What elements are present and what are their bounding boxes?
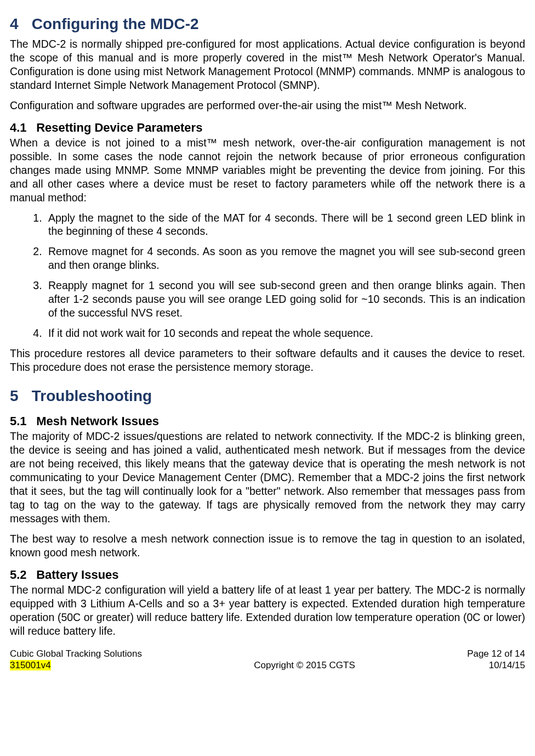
section-number: 4.1 — [10, 120, 33, 136]
footer-pageinfo: Page 12 of 14 — [467, 648, 525, 660]
section-title: Mesh Network Issues — [36, 414, 159, 428]
footer-docid: 315001v4 — [10, 659, 142, 672]
paragraph: The MDC-2 is normally shipped pre-config… — [10, 37, 525, 92]
footer-copyright: Copyright © 2015 CGTS — [142, 659, 467, 672]
list-item: Reapply magnet for 1 second you will see… — [45, 279, 525, 320]
list-item: Remove magnet for 4 seconds. As soon as … — [45, 245, 525, 272]
heading-section-5: 5 Troubleshooting — [10, 386, 525, 406]
paragraph: Configuration and software upgrades are … — [10, 99, 525, 112]
ordered-list: Apply the magnet to the side of the MAT … — [10, 211, 525, 341]
list-item: If it did not work wait for 10 seconds a… — [45, 326, 525, 340]
section-number: 4 — [10, 14, 27, 34]
footer-right: Page 12 of 14 10/14/15 — [467, 648, 525, 672]
heading-section-5-2: 5.2 Battery Issues — [10, 567, 525, 583]
footer-date: 10/14/15 — [467, 659, 525, 672]
page-footer: Cubic Global Tracking Solutions 315001v4… — [10, 648, 525, 672]
paragraph: When a device is not joined to a mist™ m… — [10, 136, 525, 205]
section-number: 5.1 — [10, 414, 33, 429]
section-title: Configuring the MDC-2 — [32, 15, 199, 32]
paragraph: The majority of MDC-2 issues/questions a… — [10, 430, 525, 526]
heading-section-4-1: 4.1 Resetting Device Parameters — [10, 120, 525, 136]
section-title: Battery Issues — [36, 568, 118, 582]
footer-center: Copyright © 2015 CGTS — [142, 648, 467, 672]
section-number: 5.2 — [10, 567, 33, 583]
section-title: Troubleshooting — [32, 387, 152, 404]
paragraph: The normal MDC-2 configuration will yiel… — [10, 583, 525, 638]
list-item: Apply the magnet to the side of the MAT … — [45, 211, 525, 239]
heading-section-4: 4 Configuring the MDC-2 — [10, 14, 525, 34]
section-number: 5 — [10, 386, 27, 406]
heading-section-5-1: 5.1 Mesh Network Issues — [10, 414, 525, 429]
paragraph: The best way to resolve a mesh network c… — [10, 532, 525, 560]
paragraph: This procedure restores all device param… — [10, 347, 525, 374]
section-title: Resetting Device Parameters — [36, 121, 202, 134]
footer-left: Cubic Global Tracking Solutions 315001v4 — [10, 648, 142, 672]
footer-company: Cubic Global Tracking Solutions — [10, 648, 142, 660]
